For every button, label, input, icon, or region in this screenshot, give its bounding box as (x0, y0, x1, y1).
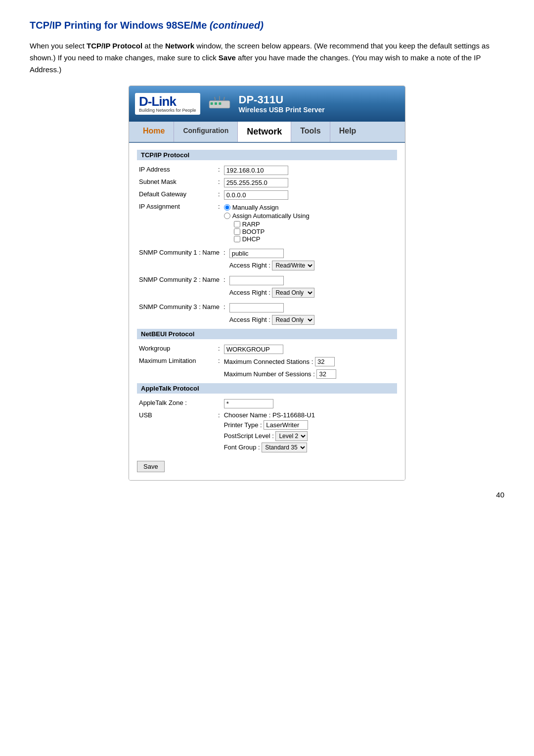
postscript-label: PostScript Level : (224, 432, 274, 440)
device-nav: Home Configuration Network Tools Help (129, 122, 405, 143)
default-gateway-label: Default Gateway (137, 189, 216, 201)
printer-type-row: Printer Type : (224, 420, 395, 430)
subnet-mask-row: Subnet Mask : (137, 177, 397, 189)
title-continued: (continued) (210, 20, 264, 31)
device-header: D-Link Building Networks for People DP-3… (129, 86, 405, 122)
snmp1-name-input[interactable] (229, 249, 284, 258)
netbeui-section-header: NetBEUI Protocol (137, 329, 397, 339)
ip-address-input[interactable] (224, 166, 288, 175)
snmp2-access-row: Access Right : Read/Write Read Only No A… (137, 287, 397, 299)
nav-home[interactable]: Home (134, 122, 174, 142)
manually-assign-radio[interactable] (224, 204, 230, 211)
rarp-checkbox[interactable] (234, 221, 240, 227)
font-group-row: Font Group : Standard 35 Standard 13 (224, 443, 395, 452)
snmp2-label: SNMP Community 2 : Name (137, 274, 222, 287)
device-desc: Wireless USB Print Server (239, 106, 325, 114)
snmp1-access-select[interactable]: Read/Write Read Only No Access (272, 261, 314, 270)
nav-network[interactable]: Network (238, 122, 291, 142)
dlink-logo: D-Link Building Networks for People (135, 93, 200, 115)
chooser-name-row: Chooser Name : PS-116688-U1 (224, 411, 395, 419)
chooser-label: Chooser Name : (224, 411, 271, 419)
snmp1-label: SNMP Community 1 : Name (137, 247, 222, 260)
default-gateway-row: Default Gateway : (137, 189, 397, 201)
printer-type-input[interactable] (264, 420, 308, 430)
snmp1-name-row: SNMP Community 1 : Name : (137, 247, 397, 260)
appletalk-form: AppleTalk Zone : USB : Chooser Name : PS… (137, 398, 397, 454)
snmp1-access-row: Access Right : Read/Write Read Only No A… (137, 260, 397, 271)
appletalk-section-header: AppleTalk Protocol (137, 383, 397, 394)
svg-rect-2 (215, 102, 217, 105)
appletalk-zone-row: AppleTalk Zone : (137, 398, 397, 410)
default-gateway-input[interactable] (224, 190, 288, 200)
appletalk-zone-input[interactable] (224, 399, 273, 408)
snmp3-name-row: SNMP Community 3 : Name : (137, 302, 397, 314)
snmp3-name-input[interactable] (229, 303, 284, 312)
usb-row: USB : Chooser Name : PS-116688-U1 Printe… (137, 410, 397, 454)
snmp1-access-label: Access Right : (229, 262, 270, 269)
brand-name: D-Link (139, 95, 196, 108)
nav-help[interactable]: Help (330, 122, 365, 142)
font-group-select[interactable]: Standard 35 Standard 13 (262, 443, 307, 452)
max-limitation-label: Maximum Limitation (137, 356, 216, 368)
netbeui-form: Workgroup : Maximum Limitation : Maximum… (137, 343, 397, 380)
chooser-value: PS-116688-U1 (272, 411, 315, 419)
max-limitation-row: Maximum Limitation : Maximum Connected S… (137, 356, 397, 368)
workgroup-row: Workgroup : (137, 343, 397, 356)
snmp3-access-select[interactable]: Read/Write Read Only No Access (272, 315, 314, 325)
snmp1-form: SNMP Community 1 : Name : Access Right :… (137, 247, 397, 271)
snmp3-access-row: Access Right : Read/Write Read Only No A… (137, 314, 397, 326)
device-content: TCP/IP Protocol IP Address : Subnet Mask… (129, 143, 405, 480)
manually-assign-option: Manually Assign (224, 204, 395, 211)
page-title: TCP/IP Printing for Windows 98SE/Me (con… (30, 20, 504, 31)
max-connected-label: Maximum Connected Stations (224, 358, 310, 365)
workgroup-label: Workgroup (137, 343, 216, 356)
max-sessions-input[interactable] (316, 369, 336, 379)
snmp2-access-select[interactable]: Read/Write Read Only No Access (272, 288, 314, 298)
ip-assignment-label: IP Assignment (137, 201, 216, 244)
assign-auto-option: Assign Automatically Using (224, 212, 395, 220)
postscript-row: PostScript Level : Level 1 Level 2 Level… (224, 431, 395, 441)
tcpip-form: IP Address : Subnet Mask : Default Gatew… (137, 164, 397, 244)
font-group-label: Font Group (224, 444, 257, 451)
brand-tagline: Building Networks for People (139, 108, 196, 113)
svg-rect-1 (210, 102, 213, 105)
snmp3-label: SNMP Community 3 : Name (137, 302, 222, 314)
ip-assign-checkboxes: RARP BOOTP DHCP (234, 221, 395, 243)
dhcp-checkbox[interactable] (234, 236, 240, 242)
usb-label: USB (137, 410, 216, 454)
snmp2-name-row: SNMP Community 2 : Name : (137, 274, 397, 287)
appletalk-zone-label: AppleTalk Zone : (137, 398, 216, 410)
device-model: DP-311U (239, 94, 325, 106)
max-sessions-label: Maximum Number of Sessions (224, 370, 312, 378)
snmp2-access-label: Access Right : (229, 289, 270, 296)
device-frame: D-Link Building Networks for People DP-3… (129, 86, 405, 481)
snmp2-name-input[interactable] (229, 276, 284, 285)
snmp3-form: SNMP Community 3 : Name : Access Right :… (137, 302, 397, 326)
subnet-mask-label: Subnet Mask (137, 177, 216, 189)
ip-address-label: IP Address (137, 164, 216, 177)
max-connected-input[interactable] (315, 357, 335, 366)
device-info: DP-311U Wireless USB Print Server (239, 94, 325, 114)
intro-paragraph: When you select TCP/IP Protocol at the N… (30, 40, 504, 76)
svg-line-6 (223, 97, 224, 101)
tcpip-section-header: TCP/IP Protocol (137, 150, 397, 160)
snmp3-access-label: Access Right : (229, 316, 270, 323)
nav-configuration[interactable]: Configuration (174, 122, 238, 142)
nav-tools[interactable]: Tools (291, 122, 330, 142)
assign-auto-radio[interactable] (224, 213, 230, 219)
snmp2-form: SNMP Community 2 : Name : Access Right :… (137, 274, 397, 299)
bootp-checkbox[interactable] (234, 228, 240, 235)
svg-rect-3 (219, 102, 221, 105)
device-icon-svg (207, 94, 232, 114)
ip-address-row: IP Address : (137, 164, 397, 177)
postscript-select[interactable]: Level 1 Level 2 Level 3 (275, 431, 308, 441)
max-sessions-row: Maximum Number of Sessions : (137, 368, 397, 380)
title-text: TCP/IP Printing for Windows 98SE/Me (30, 20, 207, 31)
save-button[interactable]: Save (137, 461, 165, 472)
subnet-mask-input[interactable] (224, 178, 288, 187)
page-number: 40 (30, 490, 504, 499)
workgroup-input[interactable] (224, 345, 283, 354)
printer-type-label: Printer Type (224, 421, 259, 429)
ip-assignment-row: IP Assignment : Manually Assign Assign A… (137, 201, 397, 244)
svg-line-4 (215, 97, 216, 101)
